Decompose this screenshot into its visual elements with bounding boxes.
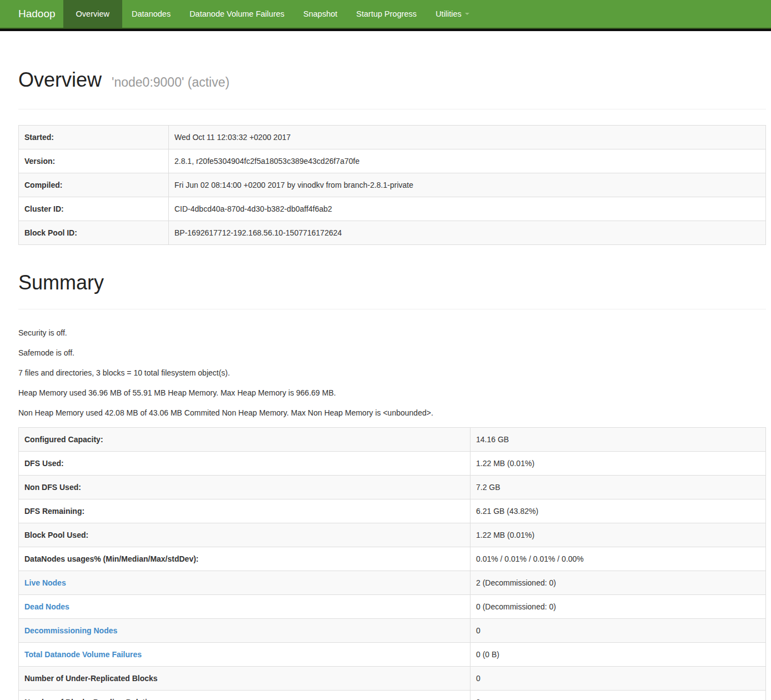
summary-title: Summary <box>18 272 766 294</box>
table-row-block-pool-id: Block Pool ID: BP-1692617712-192.168.56.… <box>19 221 766 245</box>
row-value: 1.22 MB (0.01%) <box>470 452 766 476</box>
table-row-dead-nodes: Dead Nodes 0 (Decommissioned: 0) <box>19 595 766 619</box>
row-value: BP-1692617712-192.168.56.10-150771617262… <box>169 221 766 245</box>
row-label: Compiled: <box>19 173 169 197</box>
summary-paragraphs: Security is off. Safemode is off. 7 file… <box>18 327 766 418</box>
table-row-cluster-id: Cluster ID: CID-4dbcd40a-870d-4d30-b382-… <box>19 197 766 221</box>
live-nodes-link[interactable]: Live Nodes <box>24 578 66 587</box>
table-row-decommissioning-nodes: Decommissioning Nodes 0 <box>19 619 766 643</box>
nav-overview[interactable]: Overview <box>63 0 122 28</box>
nav-utilities-label: Utilities <box>435 9 462 18</box>
nav-startup-progress[interactable]: Startup Progress <box>347 0 426 28</box>
namenode-address-label: 'node0:9000' (active) <box>112 75 229 89</box>
table-row-non-dfs-used: Non DFS Used: 7.2 GB <box>19 476 766 499</box>
row-value: 0 <box>470 691 766 700</box>
navbar-menu: Overview Datanodes Datanode Volume Failu… <box>63 0 479 28</box>
table-row-compiled: Compiled: Fri Jun 02 08:14:00 +0200 2017… <box>19 173 766 197</box>
heap-memory-text: Heap Memory used 36.96 MB of 55.91 MB He… <box>18 387 766 398</box>
table-row-blocks-pending-deletion: Number of Blocks Pending Deletion 0 <box>19 691 766 700</box>
row-value: 2.8.1, r20fe5304904fc2f5a18053c389e43cd2… <box>169 149 766 173</box>
table-row-live-nodes: Live Nodes 2 (Decommissioned: 0) <box>19 571 766 595</box>
row-value: 0.01% / 0.01% / 0.01% / 0.00% <box>470 547 766 571</box>
row-value: 0 <box>470 619 766 643</box>
nav-utilities-dropdown[interactable]: Utilities <box>426 0 479 28</box>
table-row-total-datanode-volume-failures: Total Datanode Volume Failures 0 (0 B) <box>19 643 766 667</box>
table-row-block-pool-used: Block Pool Used: 1.22 MB (0.01%) <box>19 523 766 547</box>
row-label: Decommissioning Nodes <box>19 619 470 643</box>
row-label: DataNodes usages% (Min/Median/Max/stdDev… <box>19 547 470 571</box>
row-label: DFS Remaining: <box>19 499 470 523</box>
row-label: DFS Used: <box>19 452 470 476</box>
row-value: Fri Jun 02 08:14:00 +0200 2017 by vinodk… <box>169 173 766 197</box>
row-value: 7.2 GB <box>470 476 766 499</box>
page-title: Overview 'node0:9000' (active) <box>18 69 766 93</box>
row-label: Total Datanode Volume Failures <box>19 643 470 667</box>
row-value: 0 (0 B) <box>470 643 766 667</box>
row-label: Number of Blocks Pending Deletion <box>19 691 470 700</box>
filesystem-objects-text: 7 files and directories, 3 blocks = 10 t… <box>18 367 766 378</box>
nav-snapshot[interactable]: Snapshot <box>294 0 347 28</box>
table-row-dfs-used: DFS Used: 1.22 MB (0.01%) <box>19 452 766 476</box>
overview-page-header: Overview 'node0:9000' (active) <box>18 69 766 109</box>
non-heap-memory-text: Non Heap Memory used 42.08 MB of 43.06 M… <box>18 407 766 418</box>
row-value: CID-4dbcd40a-870d-4d30-b382-db0aff4f6ab2 <box>169 197 766 221</box>
row-label: Block Pool Used: <box>19 523 470 547</box>
row-label: Configured Capacity: <box>19 428 470 452</box>
hadoop-brand[interactable]: Hadoop <box>0 0 63 28</box>
overview-info-table: Started: Wed Oct 11 12:03:32 +0200 2017 … <box>18 125 766 245</box>
top-navbar: Hadoop Overview Datanodes Datanode Volum… <box>0 0 771 29</box>
table-row-datanode-usages: DataNodes usages% (Min/Median/Max/stdDev… <box>19 547 766 571</box>
row-label: Non DFS Used: <box>19 476 470 499</box>
row-value: Wed Oct 11 12:03:32 +0200 2017 <box>169 126 766 149</box>
safemode-status-text: Safemode is off. <box>18 347 766 358</box>
table-row-dfs-remaining: DFS Remaining: 6.21 GB (43.82%) <box>19 499 766 523</box>
row-label: Cluster ID: <box>19 197 169 221</box>
nav-datanode-volume-failures[interactable]: Datanode Volume Failures <box>180 0 294 28</box>
total-datanode-volume-failures-link[interactable]: Total Datanode Volume Failures <box>24 650 142 659</box>
navbar-bottom-divider <box>0 29 771 31</box>
row-label: Version: <box>19 149 169 173</box>
summary-page-header: Summary <box>18 272 766 309</box>
row-label: Block Pool ID: <box>19 221 169 245</box>
row-value: 0 <box>470 667 766 691</box>
row-label: Started: <box>19 126 169 149</box>
table-row-version: Version: 2.8.1, r20fe5304904fc2f5a18053c… <box>19 149 766 173</box>
chevron-down-icon <box>465 13 469 15</box>
row-value: 2 (Decommissioned: 0) <box>470 571 766 595</box>
page-title-text: Overview <box>18 68 102 91</box>
table-row-under-replicated-blocks: Number of Under-Replicated Blocks 0 <box>19 667 766 691</box>
table-row-configured-capacity: Configured Capacity: 14.16 GB <box>19 428 766 452</box>
row-value: 14.16 GB <box>470 428 766 452</box>
row-value: 0 (Decommissioned: 0) <box>470 595 766 619</box>
dead-nodes-link[interactable]: Dead Nodes <box>24 602 69 611</box>
nav-datanodes[interactable]: Datanodes <box>122 0 180 28</box>
row-label: Live Nodes <box>19 571 470 595</box>
row-label: Number of Under-Replicated Blocks <box>19 667 470 691</box>
table-row-started: Started: Wed Oct 11 12:03:32 +0200 2017 <box>19 126 766 149</box>
row-value: 1.22 MB (0.01%) <box>470 523 766 547</box>
security-status-text: Security is off. <box>18 327 766 338</box>
row-value: 6.21 GB (43.82%) <box>470 499 766 523</box>
summary-info-table: Configured Capacity: 14.16 GB DFS Used: … <box>18 427 766 700</box>
decommissioning-nodes-link[interactable]: Decommissioning Nodes <box>24 626 117 635</box>
row-label: Dead Nodes <box>19 595 470 619</box>
